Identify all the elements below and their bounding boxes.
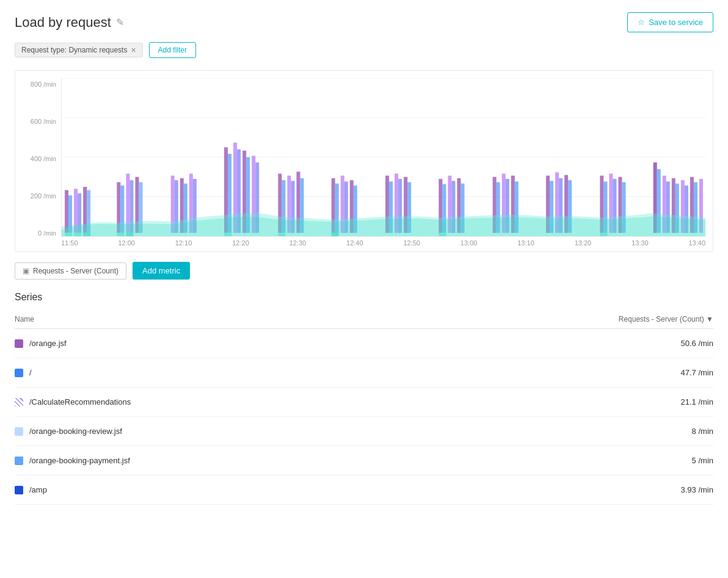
series-color-swatch [15,427,23,436]
star-icon: ☆ [638,18,645,27]
title-text: Load by request [15,15,111,31]
y-label-400: 400 /min [31,155,56,162]
y-label-600: 600 /min [31,118,56,125]
x-axis: 11:50 12:00 12:10 12:20 12:30 12:40 12:5… [15,237,705,247]
series-section: Series Name Requests - Server (Count) ▼ … [15,292,713,505]
series-name: /orange-booking-payment.jsf [29,456,130,465]
metric-tag[interactable]: ▣ Requests - Server (Count) [15,262,126,280]
series-value-cell: 8 /min [399,417,713,446]
page-header: Load by request ✎ ☆ Save to service [15,12,713,32]
y-label-200: 200 /min [31,192,56,200]
chart-container: 800 /min 600 /min 400 /min 200 /min 0 /m… [15,70,713,252]
table-row: /orange-booking-review.jsf 8 /min [15,417,713,446]
series-value-cell: 3.93 /min [399,475,713,505]
series-value-cell: 21.1 /min [399,388,713,417]
x-label-1240: 12:40 [346,239,363,247]
series-name: / [29,368,32,377]
series-color-swatch [15,339,23,348]
filter-tag-label: Request type: Dynamic requests [21,46,127,54]
series-name-cell: /orange-booking-review.jsf [15,417,399,446]
y-label-0: 0 /min [38,229,56,237]
x-label-1330: 13:30 [632,239,649,247]
table-row: /orange-booking-payment.jsf 5 /min [15,446,713,475]
metric-row: ▣ Requests - Server (Count) Add metric [15,262,713,280]
table-row: /orange.jsf 50.6 /min [15,329,713,358]
series-name: /orange-booking-review.jsf [29,427,122,436]
series-color-swatch [15,457,23,465]
series-name-cell: /amp [15,475,399,505]
series-name-cell: / [15,358,399,388]
series-value-cell: 47.7 /min [399,358,713,388]
table-row: / 47.7 /min [15,358,713,388]
table-row: /CalculateRecommendations 21.1 /min [15,388,713,417]
series-name-cell: /orange.jsf [15,329,399,358]
column-value[interactable]: Requests - Server (Count) ▼ [399,310,713,329]
save-to-service-button[interactable]: ☆ Save to service [627,12,713,32]
x-label-1220: 12:20 [232,239,249,247]
x-label-1340: 13:40 [688,239,705,247]
series-title: Series [15,292,713,303]
x-label-1300: 13:00 [460,239,478,247]
add-filter-button[interactable]: Add filter [149,42,196,58]
filter-tag[interactable]: Request type: Dynamic requests × [15,43,143,57]
x-label-1230: 12:30 [289,239,307,247]
page-title: Load by request ✎ [15,15,124,31]
x-label-1200: 12:00 [118,239,135,247]
series-name: /CalculateRecommendations [29,397,131,406]
series-name: /orange.jsf [29,339,67,348]
edit-icon[interactable]: ✎ [116,16,124,28]
series-color-swatch [15,369,23,377]
y-axis: 800 /min 600 /min 400 /min 200 /min 0 /m… [15,78,61,237]
add-metric-button[interactable]: Add metric [133,262,190,280]
save-button-label: Save to service [649,18,703,27]
y-label-800: 800 /min [31,81,56,88]
x-label-1150: 11:50 [61,239,78,247]
table-row: /amp 3.93 /min [15,475,713,505]
x-label-1250: 12:50 [403,239,420,247]
series-color-swatch [15,486,23,494]
series-name-cell: /CalculateRecommendations [15,388,399,417]
x-label-1310: 13:10 [517,239,534,247]
filter-close-icon[interactable]: × [131,46,136,54]
series-name-cell: /orange-booking-payment.jsf [15,446,399,475]
column-name[interactable]: Name [15,310,399,329]
series-value-cell: 5 /min [399,446,713,475]
filter-bar: Request type: Dynamic requests × Add fil… [15,42,713,58]
x-label-1210: 12:10 [175,239,192,247]
chart-area [61,78,705,237]
x-label-1320: 13:20 [575,239,592,247]
series-value-cell: 50.6 /min [399,329,713,358]
series-table: Name Requests - Server (Count) ▼ /orange… [15,310,713,505]
metric-tag-label: Requests - Server (Count) [33,267,118,275]
series-color-swatch [15,398,23,406]
series-name: /amp [29,485,47,494]
bar-chart-icon: ▣ [23,267,29,275]
